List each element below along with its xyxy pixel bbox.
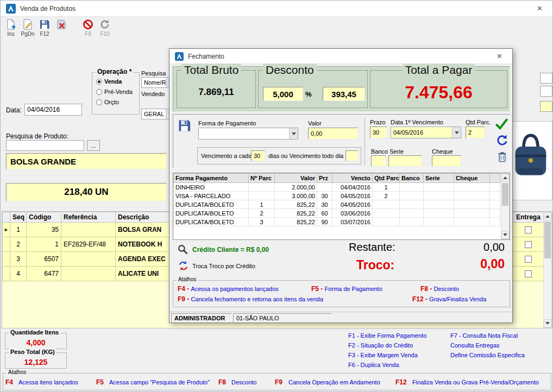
delete-record-button[interactable] bbox=[53, 19, 70, 45]
desconto-valor-field[interactable]: 393,45 bbox=[323, 87, 365, 101]
shortcut-f12[interactable]: Finaliza Venda ou Grava Pré-Venda/Orçame… bbox=[412, 379, 539, 385]
data-vencimento-combo[interactable]: 04/05/2016 bbox=[391, 127, 461, 138]
troca-troco-text[interactable]: Troca Troco por Crédito bbox=[192, 263, 255, 269]
serie-cell[interactable] bbox=[424, 192, 454, 200]
troca-troco-icon[interactable] bbox=[178, 261, 188, 271]
vencto-cell[interactable]: 03/07/2016 bbox=[332, 218, 373, 226]
payment-row[interactable]: DUPLICATA/BOLETO 2 825,22 60 03/06/2016 bbox=[174, 209, 500, 218]
browse-button[interactable]: ... bbox=[87, 140, 100, 151]
shortcut-f4[interactable]: F4 - Acessa os pagamentos lançados bbox=[178, 285, 279, 293]
magnifier-icon[interactable] bbox=[177, 244, 188, 255]
forma-pagamento-cell[interactable]: DINHEIRO bbox=[174, 183, 249, 192]
radio-venda[interactable]: Venda bbox=[96, 77, 139, 86]
radio-pre-venda[interactable]: Pré-Venda bbox=[96, 87, 139, 96]
qtd-parc-cell[interactable] bbox=[373, 218, 400, 226]
close-icon[interactable]: ✕ bbox=[532, 3, 547, 14]
payment-row[interactable]: DUPLICATA/BOLETO 3 825,22 90 03/07/2016 bbox=[174, 218, 500, 226]
link-f2-situacao-credito[interactable]: F2 - Situação do Crédito bbox=[348, 342, 413, 349]
scroll-up-icon[interactable] bbox=[544, 212, 551, 220]
scroll-down-icon[interactable] bbox=[544, 319, 551, 327]
prz-cell[interactable]: 60 bbox=[317, 209, 332, 218]
valor-cell[interactable]: 825,22 bbox=[275, 218, 317, 226]
vencto-cell[interactable]: 04/05/2016 bbox=[332, 192, 373, 200]
shortcut-f9[interactable]: F9 - Cancela fechamento e retorna aos it… bbox=[178, 295, 323, 303]
cheque-cell[interactable] bbox=[454, 183, 490, 192]
prazo-field[interactable]: 30 bbox=[370, 127, 387, 138]
cheque-cell[interactable] bbox=[454, 209, 490, 218]
codigo-cell[interactable]: 35 bbox=[27, 223, 61, 237]
delete-payment-icon[interactable] bbox=[497, 150, 507, 162]
forma-pagamento-cell[interactable]: DUPLICATA/BOLETO bbox=[174, 200, 249, 209]
qtd-parc-cell[interactable] bbox=[373, 200, 400, 209]
payment-row[interactable]: DUPLICATA/BOLETO 1 825,22 30 04/05/2016 bbox=[174, 200, 500, 209]
shortcut-f12[interactable]: F12 - Grava/Finaliza Venda bbox=[412, 295, 486, 303]
cheque-cell[interactable] bbox=[454, 218, 490, 226]
serie-cell[interactable] bbox=[424, 209, 454, 218]
forma-pagamento-cell[interactable]: VISA - PARCELADO bbox=[174, 192, 249, 200]
prz-cell[interactable] bbox=[317, 183, 332, 192]
codigo-cell[interactable]: 6507 bbox=[27, 252, 61, 267]
seq-cell[interactable]: 1 bbox=[10, 223, 27, 237]
vencimento-cada-field[interactable]: 30 bbox=[251, 150, 265, 161]
row-selector-cell[interactable] bbox=[3, 237, 10, 252]
codigo-cell[interactable]: 1 bbox=[27, 237, 61, 252]
shortcut-f4[interactable]: Acessa itens lançados bbox=[18, 379, 78, 385]
payments-vertical-scrollbar[interactable] bbox=[501, 173, 510, 239]
cheque-field[interactable] bbox=[432, 155, 461, 167]
row-selector-cell[interactable]: ► bbox=[3, 223, 10, 237]
modal-close-icon[interactable]: ✕ bbox=[492, 51, 507, 61]
forma-pagamento-cell[interactable]: DUPLICATA/BOLETO bbox=[174, 218, 249, 226]
shortcut-f8[interactable]: F8 - Desconto bbox=[420, 285, 459, 293]
banco-cell[interactable] bbox=[400, 200, 424, 209]
vencto-cell[interactable]: 04/04/2016 bbox=[332, 183, 373, 192]
entrega-checkbox[interactable] bbox=[525, 226, 532, 233]
serie-field[interactable] bbox=[388, 155, 422, 167]
row-selector-cell[interactable] bbox=[3, 267, 10, 281]
serie-cell[interactable] bbox=[424, 218, 454, 226]
shortcut-f5[interactable]: F5 - Forma de Pagamento bbox=[311, 285, 382, 293]
scroll-down-icon[interactable] bbox=[501, 231, 509, 239]
link-consulta-entregas[interactable]: Consulta Entregas bbox=[450, 342, 500, 349]
qtd-parc-cell[interactable]: 2 bbox=[373, 192, 400, 200]
link-f3-margem-venda[interactable]: F3 - Exibe Margem Venda bbox=[348, 352, 418, 358]
cheque-cell[interactable] bbox=[454, 192, 490, 200]
edit-record-button[interactable]: PgDn bbox=[20, 19, 36, 45]
link-f7-consulta-nota[interactable]: F7 - Consulta Nota Fiscal bbox=[450, 332, 518, 339]
forma-pagamento-cell[interactable]: DUPLICATA/BOLETO bbox=[174, 209, 249, 218]
entrega-checkbox[interactable] bbox=[525, 270, 532, 277]
payment-row[interactable]: VISA - PARCELADO 3.000,00 30 04/05/2016 … bbox=[174, 192, 500, 200]
referencia-cell[interactable] bbox=[61, 267, 116, 281]
save-button[interactable]: F12 bbox=[36, 19, 53, 45]
link-define-comissao[interactable]: Define Comissão Especifica bbox=[450, 352, 525, 358]
serie-cell[interactable] bbox=[424, 183, 454, 192]
seq-cell[interactable]: 2 bbox=[10, 237, 27, 252]
referencia-cell[interactable] bbox=[61, 223, 116, 237]
referencia-cell[interactable]: EF2829-EF/48 bbox=[61, 237, 116, 252]
codigo-cell[interactable]: 6477 bbox=[27, 267, 61, 281]
produto-search-input[interactable] bbox=[6, 140, 84, 151]
n-parc-cell[interactable]: 3 bbox=[249, 218, 275, 226]
prz-cell[interactable]: 90 bbox=[317, 218, 332, 226]
forma-pagamento-combo[interactable] bbox=[198, 128, 298, 140]
seq-cell[interactable]: 4 bbox=[10, 267, 27, 281]
shortcut-f8[interactable]: Desconto bbox=[231, 379, 256, 385]
entrega-checkbox[interactable] bbox=[525, 256, 532, 263]
banco-field[interactable] bbox=[371, 155, 386, 167]
banco-cell[interactable] bbox=[400, 183, 424, 192]
scrollbar-thumb[interactable] bbox=[544, 222, 551, 258]
confirm-payment-icon[interactable] bbox=[495, 118, 508, 131]
scrollbar-thumb[interactable] bbox=[502, 183, 508, 206]
n-parc-cell[interactable]: 2 bbox=[249, 209, 275, 218]
qtd-parc-cell[interactable] bbox=[373, 209, 400, 218]
seq-cell[interactable]: 3 bbox=[10, 252, 27, 267]
vencto-cell[interactable]: 04/05/2016 bbox=[332, 200, 373, 209]
cheque-cell[interactable] bbox=[454, 200, 490, 209]
n-parc-cell[interactable]: 1 bbox=[249, 200, 275, 209]
refresh-button[interactable]: F10 bbox=[97, 19, 113, 45]
banco-cell[interactable] bbox=[400, 218, 424, 226]
valor-cell[interactable]: 825,22 bbox=[275, 200, 317, 209]
qtd-parc-cell[interactable]: 1 bbox=[373, 183, 400, 192]
n-parc-cell[interactable] bbox=[249, 183, 275, 192]
scroll-up-icon[interactable] bbox=[501, 174, 509, 182]
cancel-operation-button[interactable]: F9 bbox=[80, 19, 96, 45]
